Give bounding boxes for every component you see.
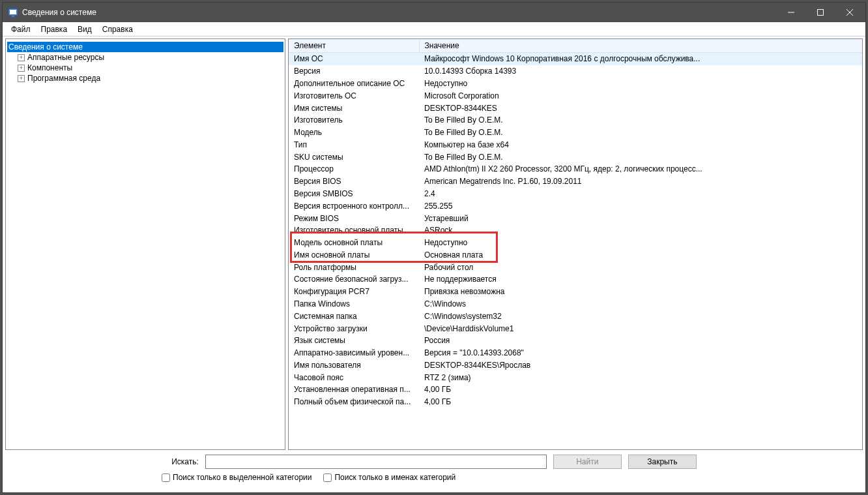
table-row[interactable]: Дополнительное описание ОСНедоступно: [289, 78, 862, 90]
cell-element: Версия: [289, 65, 419, 78]
svg-rect-2: [12, 16, 14, 17]
table-row[interactable]: Папка WindowsC:\Windows: [289, 298, 862, 310]
cell-element: Модель основной платы: [289, 237, 419, 249]
table-row[interactable]: ТипКомпьютер на базе x64: [289, 138, 862, 151]
cell-value: Недоступно: [419, 237, 862, 249]
cell-element: Изготовитель: [289, 114, 419, 127]
table-row[interactable]: SKU системыTo Be Filled By O.E.M.: [289, 151, 862, 163]
table-row[interactable]: Имя ОСМайкрософт Windows 10 Корпоративна…: [289, 53, 862, 65]
expand-icon[interactable]: +: [18, 54, 25, 61]
table-row[interactable]: Имя пользователяDESKTOP-8344KES\Ярослав: [289, 359, 862, 372]
close-find-button[interactable]: Закрыть: [628, 455, 697, 469]
tree-node-label: Компоненты: [27, 63, 72, 72]
cell-element: Имя системы: [289, 102, 419, 114]
tree-root[interactable]: Сведения о системе: [7, 42, 283, 52]
check-selected-category[interactable]: Поиск только в выделенной категории: [162, 473, 311, 482]
cell-element: Конфигурация PCR7: [289, 286, 419, 298]
table-row[interactable]: ПроцессорAMD Athlon(tm) II X2 260 Proces…: [289, 163, 862, 175]
table-row[interactable]: МодельTo Be Filled By O.E.M.: [289, 127, 862, 139]
minimize-button[interactable]: [776, 3, 805, 22]
table-row[interactable]: Состояние безопасной загруз...Не поддерж…: [289, 273, 862, 286]
cell-value: C:\Windows\system32: [419, 310, 862, 322]
menu-edit[interactable]: Правка: [36, 23, 73, 35]
tree-node-label: Аппаратные ресурсы: [27, 53, 104, 62]
cell-value: Устаревший: [419, 212, 862, 224]
tree-node-label: Программная среда: [27, 74, 100, 83]
search-label: Искать:: [171, 457, 199, 466]
cell-element: Папка Windows: [289, 298, 419, 310]
cell-value: To Be Filled By O.E.M.: [419, 151, 862, 163]
cell-element: Изготовитель ОС: [289, 89, 419, 102]
menu-view[interactable]: Вид: [72, 23, 97, 35]
table-row[interactable]: Версия встроенного контролл...255.255: [289, 200, 862, 212]
cell-element: Дополнительное описание ОС: [289, 78, 419, 90]
tree-node[interactable]: +Программная среда: [7, 73, 283, 83]
cell-value: To Be Filled By O.E.M.: [419, 127, 862, 139]
find-button[interactable]: Найти: [553, 455, 622, 469]
table-row[interactable]: Изготовитель основной платыASRock: [289, 224, 862, 237]
close-button[interactable]: [835, 3, 864, 22]
cell-value: DESKTOP-8344KES\Ярослав: [419, 359, 862, 372]
search-input[interactable]: [205, 455, 547, 469]
detail-pane: Элемент Значение Имя ОСМайкрософт Window…: [288, 38, 863, 450]
table-row[interactable]: Модель основной платыНедоступно: [289, 237, 862, 249]
maximize-button[interactable]: [805, 3, 835, 22]
table-row[interactable]: Конфигурация PCR7Привязка невозможна: [289, 286, 862, 298]
table-row[interactable]: Установленная оперативная п...4,00 ГБ: [289, 383, 862, 396]
col-value[interactable]: Значение: [419, 39, 862, 53]
table-row[interactable]: Изготовитель ОСMicrosoft Corporation: [289, 89, 862, 102]
cell-element: Состояние безопасной загруз...: [289, 273, 419, 286]
cell-value: 4,00 ГБ: [419, 396, 862, 408]
detail-scroll[interactable]: Элемент Значение Имя ОСМайкрософт Window…: [289, 39, 862, 449]
svg-rect-1: [10, 10, 16, 14]
titlebar: Сведения о системе: [3, 3, 865, 22]
menu-file[interactable]: Файл: [6, 23, 36, 35]
table-row[interactable]: Системная папкаC:\Windows\system32: [289, 310, 862, 322]
cell-value: Привязка невозможна: [419, 286, 862, 298]
cell-value: To Be Filled By O.E.M.: [419, 114, 862, 127]
menubar: Файл Правка Вид Справка: [3, 22, 865, 37]
table-row[interactable]: Имя системыDESKTOP-8344KES: [289, 102, 862, 114]
cell-element: Язык системы: [289, 335, 419, 347]
cell-value: Основная плата: [419, 249, 862, 262]
tree-pane[interactable]: Сведения о системе +Аппаратные ресурсы+К…: [5, 38, 285, 450]
tree-node[interactable]: +Компоненты: [7, 63, 283, 73]
cell-element: Версия BIOS: [289, 175, 419, 188]
table-row[interactable]: Версия10.0.14393 Сборка 14393: [289, 65, 862, 78]
cell-value: DESKTOP-8344KES: [419, 102, 862, 114]
cell-value: RTZ 2 (зима): [419, 371, 862, 383]
cell-element: Устройство загрузки: [289, 322, 419, 335]
table-row[interactable]: Устройство загрузки\Device\HarddiskVolum…: [289, 322, 862, 335]
cell-value: C:\Windows: [419, 298, 862, 310]
table-row[interactable]: Имя основной платыОсновная плата: [289, 249, 862, 262]
table-row[interactable]: Роль платформыРабочий стол: [289, 261, 862, 273]
cell-value: AMD Athlon(tm) II X2 260 Processor, 3200…: [419, 163, 862, 175]
table-row[interactable]: Версия SMBIOS2.4: [289, 188, 862, 200]
tree-node[interactable]: +Аппаратные ресурсы: [7, 52, 283, 63]
cell-value: Недоступно: [419, 78, 862, 90]
tree-root-label: Сведения о системе: [8, 42, 83, 52]
table-row[interactable]: Полный объем физической па...4,00 ГБ: [289, 396, 862, 408]
cell-value: Не поддерживается: [419, 273, 862, 286]
expand-icon[interactable]: +: [18, 65, 25, 72]
menu-help[interactable]: Справка: [97, 23, 138, 35]
table-row[interactable]: Часовой поясRTZ 2 (зима): [289, 371, 862, 383]
table-row[interactable]: Язык системыРоссия: [289, 335, 862, 347]
expand-icon[interactable]: +: [18, 75, 25, 82]
check-names-only-box[interactable]: [323, 473, 332, 482]
cell-value: Microsoft Corporation: [419, 89, 862, 102]
window-title: Сведения о системе: [22, 8, 776, 17]
cell-element: Модель: [289, 127, 419, 139]
cell-element: SKU системы: [289, 151, 419, 163]
cell-value: 10.0.14393 Сборка 14393: [419, 65, 862, 78]
col-element[interactable]: Элемент: [289, 39, 419, 53]
table-row[interactable]: Аппаратно-зависимый уровен...Версия = "1…: [289, 347, 862, 359]
table-row[interactable]: Режим BIOSУстаревший: [289, 212, 862, 224]
cell-value: 255.255: [419, 200, 862, 212]
check-selected-category-box[interactable]: [162, 473, 170, 482]
cell-element: Роль платформы: [289, 261, 419, 273]
table-row[interactable]: Версия BIOSAmerican Megatrends Inc. P1.6…: [289, 175, 862, 188]
check-names-only[interactable]: Поиск только в именах категорий: [323, 473, 456, 482]
table-row[interactable]: ИзготовительTo Be Filled By O.E.M.: [289, 114, 862, 127]
app-icon: [8, 7, 18, 18]
